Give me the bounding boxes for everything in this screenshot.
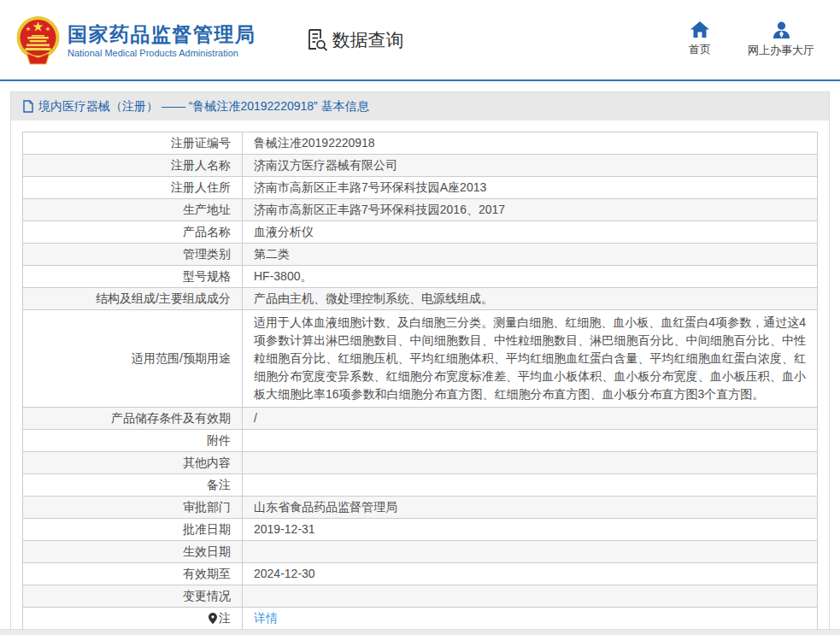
- brand-logo-link[interactable]: 国家药品监督管理局 National Medical Products Admi…: [15, 15, 256, 66]
- row-label-text: 注册人住所: [171, 180, 231, 194]
- row-value-text: 山东省食品药品监督管理局: [254, 500, 397, 514]
- row-label-text: 产品储存条件及有效期: [111, 411, 231, 425]
- row-label-text: 注册人名称: [171, 158, 231, 172]
- row-value: 2019-12-31: [243, 519, 818, 541]
- row-label-text: 备注: [207, 478, 231, 491]
- table-row: 附件: [23, 430, 818, 452]
- row-value: 鲁械注准20192220918: [243, 132, 818, 155]
- row-value: /: [243, 408, 818, 430]
- site-header: 国家药品监督管理局 National Medical Products Admi…: [0, 0, 840, 81]
- table-row: 型号规格HF-3800。: [23, 266, 818, 288]
- row-value-text: 2024-12-30: [254, 567, 315, 580]
- row-value: 第二类: [243, 244, 818, 266]
- table-row: 生产地址济南市高新区正丰路7号环保科技园2016、2017: [23, 199, 818, 221]
- data-query-label: 数据查询: [332, 28, 404, 52]
- table-row: 注详情: [23, 608, 818, 630]
- row-value: 济南市高新区正丰路7号环保科技园2016、2017: [243, 199, 818, 221]
- row-label-text: 生产地址: [183, 203, 231, 216]
- table-row: 结构及组成/主要组成成分产品由主机、微处理控制系统、电源线组成。: [23, 288, 818, 310]
- row-value-text: 济南汉方医疗器械有限公司: [254, 158, 397, 172]
- row-label-text: 管理类别: [183, 247, 231, 261]
- page-title: 境内医疗器械（注册） —— “鲁械注准20192220918” 基本信息: [38, 99, 369, 115]
- brand-title: 国家药品监督管理局: [68, 22, 256, 46]
- data-query-icon: [306, 28, 328, 51]
- table-row: 生效日期: [23, 541, 818, 563]
- row-label-text: 批准日期: [183, 522, 231, 536]
- footer-strip: [0, 629, 840, 635]
- row-label: 有效期至: [23, 563, 243, 585]
- row-value-text: 济南市高新区正丰路7号环保科技园2016、2017: [254, 203, 505, 216]
- row-label-text: 审批部门: [183, 500, 231, 514]
- row-value-text: 鲁械注准20192220918: [254, 136, 375, 150]
- row-label-text: 结构及组成/主要组成成分: [96, 291, 231, 305]
- table-row: 有效期至2024-12-30: [23, 563, 818, 585]
- row-value: 适用于人体血液细胞计数、及白细胞三分类。测量白细胞、红细胞、血小板、血红蛋白4项…: [243, 310, 818, 408]
- row-label-text: 变更情况: [183, 589, 231, 603]
- table-row: 适用范围/预期用途适用于人体血液细胞计数、及白细胞三分类。测量白细胞、红细胞、血…: [23, 310, 818, 408]
- row-label: 产品名称: [23, 221, 243, 244]
- row-label-text: 适用范围/预期用途: [132, 351, 231, 365]
- header-nav: 首页 网上办事大厅: [681, 21, 814, 58]
- table-row: 其他内容: [23, 452, 818, 474]
- home-icon: [690, 21, 709, 38]
- row-label: 批准日期: [23, 519, 243, 541]
- row-label: 适用范围/预期用途: [23, 310, 243, 408]
- row-label: 其他内容: [23, 452, 243, 474]
- row-label: 产品储存条件及有效期: [23, 408, 243, 430]
- row-value: 详情: [243, 608, 818, 630]
- data-query-tab[interactable]: 数据查询: [306, 28, 404, 52]
- table-row: 批准日期2019-12-31: [23, 519, 818, 541]
- row-label: 型号规格: [23, 266, 243, 288]
- row-value: HF-3800。: [243, 266, 818, 288]
- row-label: 变更情况: [23, 585, 243, 608]
- row-label: 管理类别: [23, 244, 243, 266]
- row-value-text: 第二类: [254, 247, 290, 261]
- row-label: 注册人名称: [23, 155, 243, 177]
- row-label-text: 型号规格: [183, 269, 231, 283]
- row-label: 注册证编号: [23, 132, 243, 155]
- nav-home-label: 首页: [689, 42, 711, 57]
- row-label-text: 产品名称: [183, 225, 231, 238]
- row-label: 审批部门: [23, 497, 243, 519]
- row-value: 2024-12-30: [243, 563, 818, 585]
- info-table-body: 注册证编号鲁械注准20192220918注册人名称济南汉方医疗器械有限公司注册人…: [23, 132, 818, 630]
- row-label-text: 附件: [207, 433, 231, 447]
- brand-subtitle: National Medical Products Administration: [68, 48, 256, 58]
- row-label-text: 生效日期: [183, 544, 231, 558]
- row-value: [243, 474, 818, 497]
- row-value: [243, 452, 818, 474]
- table-row: 注册人住所济南市高新区正丰路7号环保科技园A座2013: [23, 177, 818, 199]
- details-link[interactable]: 详情: [254, 611, 278, 625]
- pin-icon: [209, 613, 217, 624]
- document-icon: [23, 100, 33, 113]
- row-label-text: 注册证编号: [171, 136, 231, 150]
- row-label: 生效日期: [23, 541, 243, 563]
- table-row: 注册证编号鲁械注准20192220918: [23, 132, 818, 155]
- table-row: 变更情况: [23, 585, 818, 608]
- table-row: 产品名称血液分析仪: [23, 221, 818, 244]
- row-value-text: 产品由主机、微处理控制系统、电源线组成。: [254, 291, 493, 305]
- row-label-text: 其他内容: [183, 456, 231, 469]
- table-row: 备注: [23, 474, 818, 497]
- row-label: 注: [23, 608, 243, 630]
- row-label: 注册人住所: [23, 177, 243, 199]
- row-value: 山东省食品药品监督管理局: [243, 497, 818, 519]
- nav-service-hall-label: 网上办事大厅: [748, 43, 814, 58]
- row-value: [243, 585, 818, 608]
- row-value: 产品由主机、微处理控制系统、电源线组成。: [243, 288, 818, 310]
- nav-item-home[interactable]: 首页: [681, 21, 719, 58]
- row-value: 血液分析仪: [243, 221, 818, 244]
- table-row: 注册人名称济南汉方医疗器械有限公司: [23, 155, 818, 177]
- row-label-text: 有效期至: [183, 567, 231, 580]
- nav-item-service-hall[interactable]: 网上办事大厅: [748, 21, 814, 58]
- row-value: 济南市高新区正丰路7号环保科技园A座2013: [243, 177, 818, 199]
- registration-info-table: 注册证编号鲁械注准20192220918注册人名称济南汉方医疗器械有限公司注册人…: [22, 132, 818, 630]
- row-value: [243, 541, 818, 563]
- national-emblem-icon: [15, 15, 61, 66]
- row-value-text: /: [254, 411, 257, 425]
- row-value-text: 济南市高新区正丰路7号环保科技园A座2013: [254, 180, 486, 194]
- brand-text: 国家药品监督管理局 National Medical Products Admi…: [68, 22, 256, 58]
- table-row: 产品储存条件及有效期/: [23, 408, 818, 430]
- row-label: 附件: [23, 430, 243, 452]
- content-panel: 境内医疗器械（注册） —— “鲁械注准20192220918” 基本信息 注册证…: [10, 91, 830, 635]
